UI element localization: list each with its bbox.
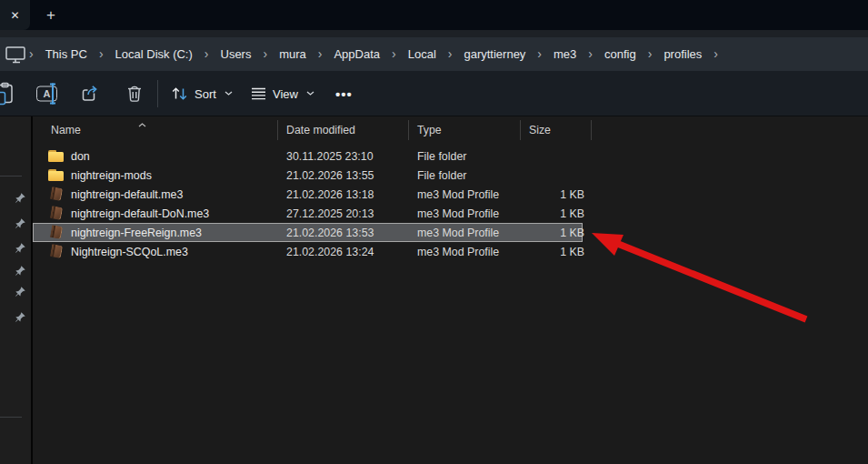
sidebar-divider (0, 176, 22, 177)
file-size: 1 KB (521, 242, 592, 261)
file-size: 1 KB (521, 204, 592, 223)
file-row-selected[interactable]: nightreign-FreeReign.me3 21.02.2026 13:5… (33, 223, 583, 242)
paste-icon[interactable] (0, 82, 15, 106)
pin-icon (15, 264, 26, 280)
file-date-modified: 30.11.2025 23:10 (278, 146, 409, 166)
sort-ascending-icon (138, 117, 146, 130)
breadcrumb-separator-icon: › (29, 46, 34, 61)
view-lines-icon (251, 86, 266, 100)
breadcrumb-item[interactable]: Users (210, 45, 263, 64)
file-name: nightreign-mods (71, 169, 152, 182)
breadcrumb-separator-icon: › (392, 46, 396, 61)
file-name: nightreign-default-DoN.me3 (71, 207, 209, 220)
file-type: me3 Mod Profile (409, 223, 521, 242)
breadcrumb-item[interactable]: me3 (543, 45, 587, 64)
column-header-date[interactable]: Date modified (278, 120, 409, 140)
file-type: File folder (409, 146, 521, 166)
folder-icon (48, 149, 64, 163)
breadcrumb-item[interactable]: garyttierney (453, 45, 536, 64)
view-button[interactable]: View (251, 86, 314, 100)
file-explorer-window: ✕ + ›This PC›Local Disk (C:)›Users›mura›… (0, 0, 868, 464)
pin-icon (15, 310, 26, 327)
file-size: 1 KB (521, 185, 592, 204)
file-size (521, 146, 592, 166)
sort-button[interactable]: Sort (171, 86, 233, 101)
file-date-modified: 21.02.2026 13:24 (278, 242, 409, 261)
breadcrumb-item[interactable]: Local (397, 45, 447, 64)
breadcrumb-separator-icon: › (648, 46, 653, 61)
chevron-down-icon (306, 91, 314, 96)
column-header-size[interactable]: Size (521, 120, 592, 140)
file-row[interactable]: don 30.11.2025 23:10 File folder (33, 146, 868, 166)
breadcrumb: ›This PC›Local Disk (C:)›Users›mura›AppD… (28, 45, 719, 64)
file-type: me3 Mod Profile (409, 185, 521, 204)
file-size: 1 KB (521, 223, 592, 242)
file-row[interactable]: Nightreign-SCQoL.me3 21.02.2026 13:24 me… (33, 242, 868, 261)
file-type: me3 Mod Profile (409, 204, 521, 223)
rename-icon[interactable]: A (36, 86, 57, 101)
share-icon[interactable] (81, 85, 100, 103)
breadcrumb-item[interactable]: AppData (323, 45, 391, 64)
column-header-name[interactable]: Name (42, 120, 278, 140)
ellipsis-icon: ••• (335, 86, 353, 101)
me3-file-icon (48, 207, 64, 220)
sort-label: Sort (195, 86, 216, 100)
file-name: don (71, 150, 90, 163)
breadcrumb-separator-icon: › (263, 46, 267, 61)
file-row[interactable]: nightreign-default-DoN.me3 27.12.2025 20… (33, 204, 868, 223)
tab-bar: ✕ + (0, 0, 868, 30)
folder-icon (48, 168, 64, 182)
address-bar: ›This PC›Local Disk (C:)›Users›mura›AppD… (0, 30, 868, 71)
breadcrumb-separator-icon: › (537, 46, 542, 61)
file-date-modified: 27.12.2025 20:13 (278, 204, 409, 223)
file-date-modified: 21.02.2026 13:55 (278, 166, 409, 185)
delete-icon[interactable] (126, 85, 143, 103)
pin-icon (15, 241, 26, 257)
navigation-pane (0, 116, 31, 464)
sort-arrows-icon (171, 86, 188, 101)
pin-icon (15, 285, 26, 301)
file-type: File folder (409, 166, 521, 185)
me3-file-icon (48, 187, 64, 201)
file-list: Name Date modified Type Size don 30.11.2… (33, 116, 868, 464)
breadcrumb-item[interactable]: config (594, 45, 647, 64)
file-name: Nightreign-SCQoL.me3 (71, 246, 188, 258)
sidebar-divider (0, 417, 22, 418)
file-date-modified: 21.02.2026 13:18 (278, 185, 409, 204)
me3-file-icon (48, 226, 64, 239)
file-name: nightreign-default.me3 (71, 188, 183, 201)
file-row[interactable]: nightreign-mods 21.02.2026 13:55 File fo… (33, 166, 868, 185)
explorer-body: Name Date modified Type Size don 30.11.2… (0, 116, 868, 464)
file-type: me3 Mod Profile (409, 242, 521, 261)
breadcrumb-separator-icon: › (205, 46, 209, 61)
close-tab-icon[interactable]: ✕ (10, 10, 19, 21)
breadcrumb-item[interactable]: mura (268, 45, 317, 64)
toolbar-divider (157, 80, 158, 107)
column-header-type[interactable]: Type (409, 120, 521, 140)
view-label: View (273, 86, 298, 100)
breadcrumb-separator-icon: › (588, 46, 593, 61)
chevron-down-icon (224, 91, 233, 96)
breadcrumb-separator-icon[interactable]: › (713, 46, 718, 61)
more-options-button[interactable]: ••• (335, 86, 353, 101)
pin-icon (15, 217, 26, 233)
breadcrumb-separator-icon: › (318, 46, 323, 61)
breadcrumb-item[interactable]: profiles (653, 45, 713, 64)
breadcrumb-separator-icon: › (99, 46, 104, 61)
column-header-row: Name Date modified Type Size (33, 120, 868, 140)
pin-icon (15, 191, 26, 207)
explorer-tab[interactable]: ✕ (0, 0, 30, 30)
command-toolbar: A Sort (0, 71, 868, 116)
file-name: nightreign-FreeReign.me3 (71, 227, 202, 239)
me3-file-icon (48, 245, 64, 258)
file-row[interactable]: nightreign-default.me3 21.02.2026 13:18 … (33, 185, 868, 204)
breadcrumb-separator-icon: › (448, 46, 453, 61)
file-size (521, 166, 592, 185)
this-pc-icon[interactable] (5, 45, 28, 65)
rename-glyph: A (44, 88, 51, 99)
ibeam-cursor (52, 83, 54, 104)
file-date-modified: 21.02.2026 13:53 (278, 223, 409, 242)
breadcrumb-item[interactable]: Local Disk (C:) (105, 45, 204, 64)
breadcrumb-item[interactable]: This PC (35, 45, 98, 64)
new-tab-button[interactable]: + (41, 5, 61, 25)
